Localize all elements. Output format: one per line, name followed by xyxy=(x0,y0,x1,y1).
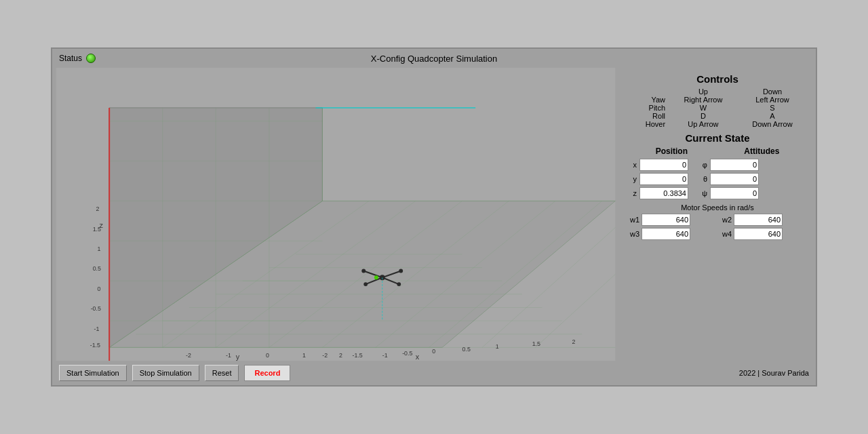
pos-x-row: x xyxy=(627,159,688,171)
app-window: Status X-Config Quadcopter Simulation xyxy=(51,47,817,387)
svg-point-68 xyxy=(363,282,368,286)
att-psi-input[interactable] xyxy=(710,187,759,199)
svg-text:-0.5: -0.5 xyxy=(402,350,412,357)
svg-text:-1: -1 xyxy=(382,352,388,359)
svg-text:-1: -1 xyxy=(226,352,231,359)
pos-y-row: y xyxy=(627,173,688,185)
svg-text:-0.5: -0.5 xyxy=(91,305,101,312)
svg-point-70 xyxy=(374,275,378,279)
pos-y-input[interactable] xyxy=(639,173,688,185)
footer-text: 2022 | Sourav Parida xyxy=(739,369,809,377)
svg-text:-1.5: -1.5 xyxy=(90,342,100,349)
top-bar: Status X-Config Quadcopter Simulation xyxy=(52,49,816,68)
svg-text:0.5: 0.5 xyxy=(462,346,471,353)
position-col: x y z xyxy=(627,159,688,199)
stop-simulation-button[interactable]: Stop Simulation xyxy=(132,365,199,381)
controls-section: Controls Up Down Yaw Right Arrow Left Ar… xyxy=(627,73,808,128)
viewport-area: z 2 1.5 1 0.5 0 -0.5 -1 -1.5 y -2 -1 0 1… xyxy=(52,68,619,361)
status-area: Status xyxy=(59,54,96,63)
svg-text:1: 1 xyxy=(98,245,101,252)
svg-text:0.5: 0.5 xyxy=(93,265,101,272)
att-theta-input[interactable] xyxy=(710,173,759,185)
motor-section: Motor Speeds in rad/s w1 w2 w3 xyxy=(627,203,808,240)
start-simulation-button[interactable]: Start Simulation xyxy=(59,365,127,381)
svg-text:-1: -1 xyxy=(94,326,100,332)
status-indicator xyxy=(86,54,96,63)
motor-w3-input[interactable] xyxy=(642,228,690,240)
motor-w4-row: w4 xyxy=(719,228,808,240)
ctrl-roll-label: Roll xyxy=(627,112,669,120)
status-label: Status xyxy=(59,54,82,63)
pos-x-input[interactable] xyxy=(639,159,688,171)
pos-x-label: x xyxy=(627,161,637,169)
ctrl-yaw-label: Yaw xyxy=(627,96,669,104)
motor-title: Motor Speeds in rad/s xyxy=(627,203,808,212)
ctrl-pitch-label: Pitch xyxy=(627,104,669,112)
pos-z-label: z xyxy=(627,189,637,197)
pos-z-input[interactable] xyxy=(639,187,688,199)
svg-text:1.5: 1.5 xyxy=(532,340,540,347)
reset-button[interactable]: Reset xyxy=(205,365,239,381)
svg-text:1: 1 xyxy=(496,343,499,350)
svg-text:0: 0 xyxy=(98,285,101,292)
state-title: Current State xyxy=(627,132,808,144)
svg-text:-2: -2 xyxy=(322,352,328,359)
svg-text:y: y xyxy=(236,353,240,361)
ctrl-hover-up: Up Arrow xyxy=(669,120,737,128)
svg-text:0: 0 xyxy=(266,352,269,359)
ctrl-hover-down: Down Arrow xyxy=(737,120,808,128)
svg-point-67 xyxy=(399,269,403,273)
attitudes-col-title: Attitudes xyxy=(744,146,779,156)
window-title: X-Config Quadcopter Simulation xyxy=(371,54,497,64)
motor-w1-input[interactable] xyxy=(642,214,690,226)
attitudes-col: φ θ ψ xyxy=(698,159,759,199)
ctrl-roll-up: D xyxy=(669,112,737,120)
bottom-bar: Start Simulation Stop Simulation Reset R… xyxy=(52,361,816,385)
pos-z-row: z xyxy=(627,187,688,199)
svg-text:2: 2 xyxy=(572,338,576,345)
motor-grid: w1 w2 w3 w4 xyxy=(627,214,808,240)
att-psi-row: ψ xyxy=(698,187,759,199)
svg-point-66 xyxy=(361,269,366,273)
3d-viewport: z 2 1.5 1 0.5 0 -0.5 -1 -1.5 y -2 -1 0 1… xyxy=(52,68,619,361)
ctrl-hover-label: Hover xyxy=(627,120,669,128)
ctrl-pitch-up: W xyxy=(669,104,737,112)
att-theta-label: θ xyxy=(698,175,707,183)
att-phi-label: φ xyxy=(698,161,707,169)
motor-w4-label: w4 xyxy=(719,230,732,238)
motor-w1-label: w1 xyxy=(627,216,639,224)
motor-w3-row: w3 xyxy=(627,228,715,240)
controls-header-up: Up xyxy=(669,87,737,96)
ctrl-roll-down: A xyxy=(737,112,808,120)
motor-w4-input[interactable] xyxy=(734,228,783,240)
ctrl-yaw-up: Right Arrow xyxy=(669,96,737,104)
motor-w1-row: w1 xyxy=(627,214,715,226)
controls-header-down: Down xyxy=(737,87,808,96)
att-theta-row: θ xyxy=(698,173,759,185)
record-button[interactable]: Record xyxy=(244,365,290,381)
svg-point-69 xyxy=(397,282,401,286)
motor-w2-row: w2 xyxy=(719,214,808,226)
motor-w2-input[interactable] xyxy=(734,214,783,226)
svg-text:0: 0 xyxy=(432,348,435,355)
ctrl-yaw-down: Left Arrow xyxy=(737,96,808,104)
svg-text:-1.5: -1.5 xyxy=(353,352,363,359)
state-section: Current State Position Attitudes x y xyxy=(627,132,808,199)
svg-text:1: 1 xyxy=(302,352,306,359)
svg-text:x: x xyxy=(416,353,420,361)
ctrl-pitch-down: S xyxy=(737,104,808,112)
right-panel: Controls Up Down Yaw Right Arrow Left Ar… xyxy=(619,68,816,361)
att-phi-row: φ xyxy=(698,159,759,171)
pos-y-label: y xyxy=(627,175,637,183)
svg-text:2: 2 xyxy=(96,205,100,212)
att-phi-input[interactable] xyxy=(710,159,759,171)
motor-w2-label: w2 xyxy=(719,216,732,224)
svg-text:-2: -2 xyxy=(186,352,191,359)
att-psi-label: ψ xyxy=(698,189,707,197)
main-content: z 2 1.5 1 0.5 0 -0.5 -1 -1.5 y -2 -1 0 1… xyxy=(52,68,816,361)
position-col-title: Position xyxy=(656,146,688,156)
svg-text:1.5: 1.5 xyxy=(93,226,101,233)
svg-text:2: 2 xyxy=(339,352,342,359)
controls-title: Controls xyxy=(627,73,808,85)
motor-w3-label: w3 xyxy=(627,230,639,238)
